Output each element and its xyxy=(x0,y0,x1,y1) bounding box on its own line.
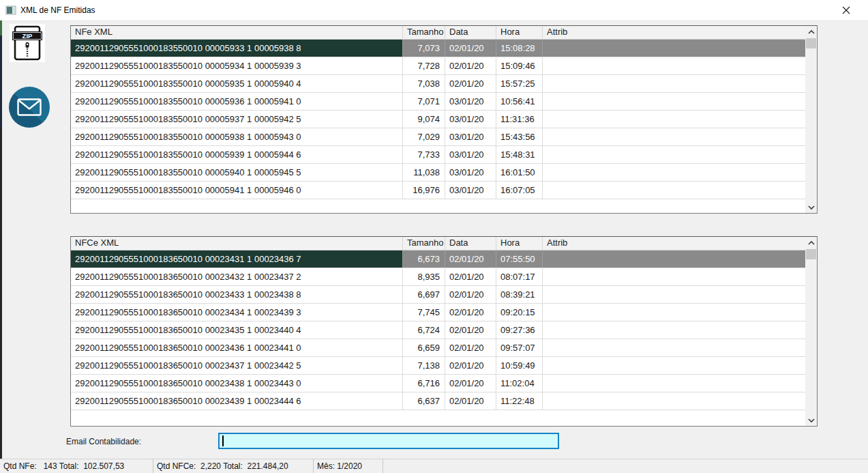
chevron-up-icon xyxy=(808,241,815,245)
status-bar: Qtd NFe: 143 Total: 102.507,53Qtd NFCe: … xyxy=(0,459,868,473)
title-bar: XML de NF Emitidas xyxy=(0,0,868,21)
email-input[interactable] xyxy=(221,435,548,446)
email-input-box[interactable] xyxy=(218,433,559,449)
status-panel: Mês: 1/2020 xyxy=(314,459,383,473)
cell xyxy=(543,375,805,392)
cell: 03/01/20 xyxy=(445,164,496,181)
column-header-attrib[interactable]: Attrib xyxy=(543,237,805,250)
cell: 09:57:07 xyxy=(496,339,543,356)
table-row[interactable]: 29200112905551000183550010 00005936 1 00… xyxy=(71,93,805,111)
cell xyxy=(543,93,805,110)
cell xyxy=(543,40,805,57)
table-row[interactable]: 29200112905551000183550010 00005940 1 00… xyxy=(71,164,805,182)
cell: 29200112905551000183550010 00005938 1 00… xyxy=(71,128,403,145)
scroll-down-button[interactable] xyxy=(805,201,817,213)
status-panel: Qtd NFCe: 2,220 Total: 221.484,20 xyxy=(153,459,314,473)
zip-icon: ZIP xyxy=(12,25,43,61)
nfe-table-body: 29200112905551000183550010 00005933 1 00… xyxy=(71,40,805,213)
cell: 03/01/20 xyxy=(445,182,496,199)
cell xyxy=(543,164,805,181)
cell: 7,138 xyxy=(403,357,445,374)
cell: 29200112905551000183650010 00023435 1 00… xyxy=(71,321,403,339)
cell: 6,697 xyxy=(403,286,445,303)
cell: 10:59:49 xyxy=(496,357,543,374)
cell: 7,029 xyxy=(403,128,445,145)
cell: 10:56:41 xyxy=(496,93,543,110)
table-row[interactable]: 29200112905551000183550010 00005935 1 00… xyxy=(71,75,805,93)
cell: 29200112905551000183550010 00005937 1 00… xyxy=(71,111,403,128)
column-header-hora[interactable]: Hora xyxy=(496,237,543,250)
scroll-up-button[interactable] xyxy=(805,237,817,248)
cell: 16:07:05 xyxy=(496,182,543,199)
cell: 6,637 xyxy=(403,392,445,410)
table-row[interactable]: 29200112905551000183650010 00023433 1 00… xyxy=(71,286,805,304)
table-row[interactable]: 29200112905551000183550010 00005938 1 00… xyxy=(71,128,805,146)
table-row[interactable]: 29200112905551000183550010 00005937 1 00… xyxy=(71,111,805,128)
cell: 07:55:50 xyxy=(496,250,543,268)
chevron-down-icon xyxy=(808,418,815,422)
cell: 02/01/20 xyxy=(445,321,496,339)
cell: 6,724 xyxy=(403,321,445,339)
scrollbar-thumb[interactable] xyxy=(806,38,816,48)
cell: 03/01/20 xyxy=(445,111,496,128)
column-header-attrib[interactable]: Attrib xyxy=(543,26,805,39)
cell: 7,733 xyxy=(403,146,445,163)
cell: 7,038 xyxy=(403,75,445,92)
cell: 09:27:36 xyxy=(496,321,543,339)
nfce-table-header: NFCe XMLTamanhoDataHoraAttrib xyxy=(71,237,805,250)
nfce-table: NFCe XMLTamanhoDataHoraAttrib 2920011290… xyxy=(70,236,818,427)
column-header-data[interactable]: Data xyxy=(445,26,496,39)
nfe-vertical-scrollbar[interactable] xyxy=(805,26,817,213)
table-row[interactable]: 29200112905551000183650010 00023432 1 00… xyxy=(71,268,805,286)
cell: 8,935 xyxy=(403,268,445,285)
column-header-tamanho[interactable]: Tamanho xyxy=(403,237,445,250)
app-icon xyxy=(5,5,16,16)
cell: 29200112905551000183550010 00005933 1 00… xyxy=(71,40,403,57)
cell: 02/01/20 xyxy=(445,304,496,321)
table-row[interactable]: 29200112905551000183550010 00005934 1 00… xyxy=(71,57,805,75)
cell: 29200112905551000183550010 00005939 1 00… xyxy=(71,146,403,163)
cell xyxy=(543,182,805,199)
cell xyxy=(543,321,805,339)
cell: 7,728 xyxy=(403,57,445,74)
scroll-down-button[interactable] xyxy=(805,414,817,426)
cell: 11:22:48 xyxy=(496,392,543,410)
column-header-nfce-xml[interactable]: NFCe XML xyxy=(71,237,403,250)
table-row[interactable]: 29200112905551000183650010 00023438 1 00… xyxy=(71,375,805,392)
table-row[interactable]: 29200112905551000183650010 00023436 1 00… xyxy=(71,339,805,357)
table-row[interactable]: 29200112905551000183550010 00005933 1 00… xyxy=(71,40,805,57)
desktop-edge xyxy=(0,20,2,473)
table-row[interactable]: 29200112905551000183650010 00023437 1 00… xyxy=(71,357,805,375)
cell: 02/01/20 xyxy=(445,268,496,285)
scroll-up-button[interactable] xyxy=(805,26,817,38)
table-row[interactable]: 29200112905551000183650010 00023435 1 00… xyxy=(71,321,805,339)
zip-export-button[interactable]: ZIP xyxy=(10,24,45,62)
table-row[interactable]: 29200112905551000183650010 00023431 1 00… xyxy=(71,250,805,268)
cell: 16,976 xyxy=(403,182,445,199)
send-email-button[interactable] xyxy=(9,87,50,128)
close-button[interactable] xyxy=(830,0,861,20)
cell: 15:43:56 xyxy=(496,128,543,145)
status-panel: Qtd NFe: 143 Total: 102.507,53 xyxy=(0,459,153,473)
table-row[interactable]: 29200112905551000183650010 00023434 1 00… xyxy=(71,304,805,321)
cell: 15:08:28 xyxy=(496,40,543,57)
window-title: XML de NF Emitidas xyxy=(20,0,95,20)
column-header-nfe-xml[interactable]: NFe XML xyxy=(71,26,403,39)
column-header-hora[interactable]: Hora xyxy=(496,26,543,39)
column-header-tamanho[interactable]: Tamanho xyxy=(403,26,445,39)
close-icon xyxy=(842,6,850,14)
column-header-data[interactable]: Data xyxy=(445,237,496,250)
table-row[interactable]: 29200112905551000183550010 00005939 1 00… xyxy=(71,146,805,164)
table-row[interactable]: 29200112905551000183650010 00023439 1 00… xyxy=(71,392,805,410)
cell: 08:07:17 xyxy=(496,268,543,285)
cell: 16:01:50 xyxy=(496,164,543,181)
table-row[interactable]: 29200112905551000183550010 00005941 1 00… xyxy=(71,182,805,199)
cell: 02/01/20 xyxy=(445,392,496,410)
nfce-vertical-scrollbar[interactable] xyxy=(805,237,817,426)
scrollbar-thumb[interactable] xyxy=(806,249,816,259)
cell xyxy=(543,128,805,145)
cell: 02/01/20 xyxy=(445,40,496,57)
cell: 29200112905551000183650010 00023439 1 00… xyxy=(71,392,403,410)
status-panel xyxy=(383,459,868,473)
cell: 02/01/20 xyxy=(445,286,496,303)
